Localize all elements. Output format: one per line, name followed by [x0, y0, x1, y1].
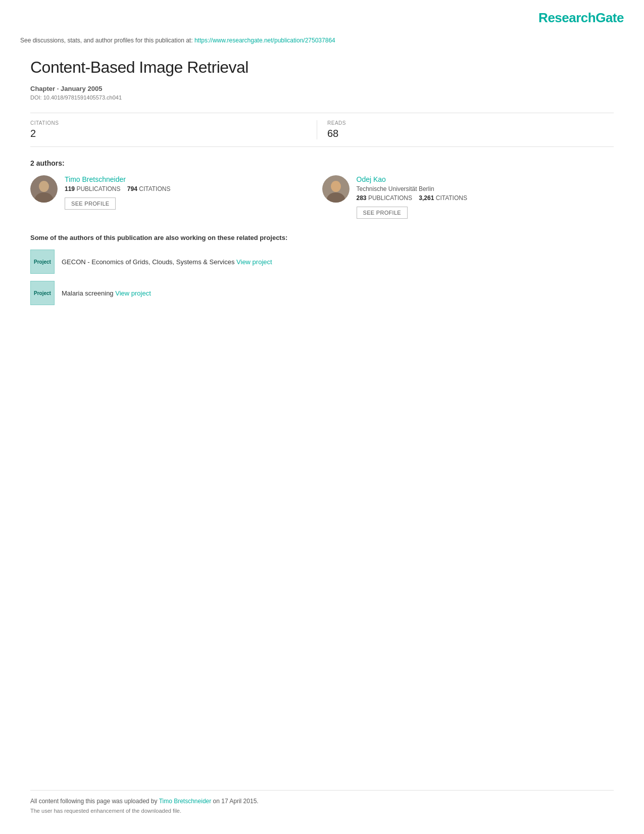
- author2-pub-count: 283: [357, 194, 367, 202]
- author1-cit-count: 794: [127, 185, 137, 192]
- footer-note: The user has requested enhancement of th…: [30, 808, 614, 814]
- footer-prefix: All content following this page was uplo…: [30, 798, 158, 805]
- project-text-1: GECON - Economics of Grids, Clouds, Syst…: [62, 258, 272, 266]
- reads-value: 68: [327, 128, 604, 139]
- footer-uploader-link[interactable]: Timo Bretschneider: [159, 798, 212, 805]
- researchgate-logo: ResearchGate: [538, 10, 624, 26]
- author-stats-2: 283 PUBLICATIONS 3,261 CITATIONS: [357, 194, 594, 202]
- reads-label: READS: [327, 120, 604, 126]
- author1-cit-label: CITATIONS: [139, 185, 170, 192]
- author2-pub-label: PUBLICATIONS: [368, 194, 412, 202]
- publication-url[interactable]: https://www.researchgate.net/publication…: [194, 37, 335, 44]
- authors-section: 2 authors: Timo Bretschneider 119: [30, 159, 614, 219]
- footer-text: All content following this page was uplo…: [30, 798, 614, 805]
- project-text-2: Malaria screening View project: [62, 289, 151, 297]
- doi-value: 10.4018/9781591405573.ch041: [43, 94, 122, 101]
- project-item-2: Project Malaria screening View project: [30, 281, 614, 305]
- author-avatar-2: [322, 175, 350, 203]
- project-icon-2: Project: [30, 281, 55, 305]
- author-card-1: Timo Bretschneider 119 PUBLICATIONS 794 …: [30, 175, 322, 219]
- reads-stat: READS 68: [317, 120, 614, 139]
- stats-row: CITATIONS 2 READS 68: [30, 113, 614, 147]
- author2-cit-label: CITATIONS: [436, 194, 467, 202]
- project-item-1: Project GECON - Economics of Grids, Clou…: [30, 250, 614, 274]
- authors-grid: Timo Bretschneider 119 PUBLICATIONS 794 …: [30, 175, 614, 219]
- top-link-bar: See discussions, stats, and author profi…: [0, 31, 644, 48]
- page-title: Content-Based Image Retrieval: [30, 58, 614, 77]
- doc-type: Chapter: [30, 85, 55, 92]
- author-name-1[interactable]: Timo Bretschneider: [65, 175, 302, 183]
- svg-point-7: [331, 181, 340, 190]
- author-institution-2: Technische Universität Berlin: [357, 185, 594, 192]
- project-icon-label-2: Project: [34, 290, 51, 296]
- top-link-text: See discussions, stats, and author profi…: [20, 37, 193, 44]
- citations-value: 2: [30, 128, 307, 139]
- authors-title: 2 authors:: [30, 159, 614, 167]
- main-content: Content-Based Image Retrieval Chapter · …: [0, 48, 644, 342]
- svg-point-3: [39, 181, 48, 190]
- author-card-2: Odej Kao Technische Universität Berlin 2…: [322, 175, 614, 219]
- author2-cit-count: 3,261: [419, 194, 434, 202]
- footer: All content following this page was uplo…: [30, 790, 614, 814]
- header: ResearchGate: [0, 0, 644, 31]
- project-icon-1: Project: [30, 250, 55, 274]
- citations-stat: CITATIONS 2: [30, 120, 317, 139]
- author-avatar-1: [30, 175, 58, 203]
- citations-label: CITATIONS: [30, 120, 307, 126]
- author-info-2: Odej Kao Technische Universität Berlin 2…: [357, 175, 594, 219]
- author-stats-1: 119 PUBLICATIONS 794 CITATIONS: [65, 185, 302, 192]
- related-projects-section: Some of the authors of this publication …: [30, 234, 614, 305]
- author1-pub-label: PUBLICATIONS: [76, 185, 120, 192]
- project-name-2: Malaria screening: [62, 289, 114, 297]
- author-name-2[interactable]: Odej Kao: [357, 175, 594, 183]
- project-name-1: GECON - Economics of Grids, Clouds, Syst…: [62, 258, 234, 266]
- project-link-2[interactable]: View project: [115, 289, 151, 297]
- project-link-1[interactable]: View project: [236, 258, 272, 266]
- doi-line: DOI: 10.4018/9781591405573.ch041: [30, 94, 614, 101]
- doi-label: DOI:: [30, 94, 42, 101]
- author1-pub-count: 119: [65, 185, 75, 192]
- see-profile-button-1[interactable]: SEE PROFILE: [65, 198, 116, 210]
- author-info-1: Timo Bretschneider 119 PUBLICATIONS 794 …: [65, 175, 302, 210]
- see-profile-button-2[interactable]: SEE PROFILE: [357, 207, 408, 219]
- related-projects-title: Some of the authors of this publication …: [30, 234, 614, 241]
- meta-type: Chapter · January 2005: [30, 85, 614, 92]
- meta-separator: ·: [57, 85, 61, 92]
- pub-date: January 2005: [61, 85, 102, 92]
- project-icon-label-1: Project: [34, 259, 51, 265]
- footer-date: on 17 April 2015.: [213, 798, 259, 805]
